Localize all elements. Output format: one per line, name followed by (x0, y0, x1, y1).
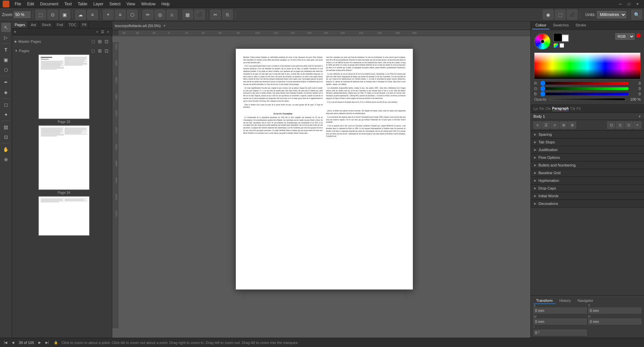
tool-text[interactable]: T (1, 45, 11, 54)
tst-btn[interactable]: TSt (570, 107, 576, 111)
color-indicator[interactable] (636, 33, 641, 38)
menu-select[interactable]: Select (107, 1, 123, 7)
master-pages-grid[interactable]: ⊞ (97, 39, 103, 44)
nav-prev[interactable]: ◀ (10, 340, 16, 346)
tool-arrow[interactable]: ▷ (1, 33, 11, 42)
tool-9[interactable]: ✏ (143, 10, 153, 20)
tool-15[interactable]: ⎘ (222, 10, 233, 20)
menu-help[interactable]: Help (159, 1, 172, 7)
h-input[interactable] (588, 319, 642, 325)
b-slider[interactable] (540, 93, 629, 95)
tab-stroke[interactable]: Stroke (572, 21, 590, 29)
tool-shapes[interactable]: ◻ (1, 100, 11, 109)
tool-eyedropper[interactable]: ✦ (1, 110, 11, 119)
color-wheel-container[interactable] (534, 33, 551, 50)
x-input[interactable] (533, 308, 587, 314)
master-pages-header[interactable]: ▶ Master Pages □ ⊞ ⊡ (15, 38, 109, 45)
tool-10[interactable]: ◎ (155, 10, 165, 20)
prop-flow-options-header[interactable]: ▶ Flow Options (531, 154, 644, 161)
indent-right-btn[interactable]: ⊡ (625, 121, 633, 129)
lyr-btn[interactable]: Lyr (533, 107, 538, 111)
menu-text[interactable]: Text (62, 1, 74, 7)
canvas-scroll-area[interactable]: blanches. Toutes portent d'amples et con… (118, 42, 530, 328)
zoom-input[interactable] (14, 11, 30, 18)
menu-document[interactable]: Document (37, 1, 61, 7)
tab-transform[interactable]: Transform (533, 298, 555, 304)
tab-stock[interactable]: Stock (39, 21, 54, 28)
tool-crop[interactable]: ⊡ (1, 132, 11, 142)
page-item-34[interactable]: Page 34 (19, 125, 109, 195)
paragraph-tab[interactable]: Paragraph (552, 107, 569, 111)
tab-pfl[interactable]: Pfl (79, 21, 90, 28)
page-item-35[interactable] (19, 196, 109, 236)
opacity-slider[interactable] (549, 98, 625, 101)
panel-close[interactable]: × (105, 29, 111, 34)
indent-left-btn[interactable]: ⊡ (616, 121, 624, 129)
tool-6[interactable]: ⌖ (103, 10, 114, 20)
prop-justification-header[interactable]: ▶ Justification (531, 146, 644, 153)
pages-section-header[interactable]: ▼ Pages □ ⊞ ⊡ (15, 47, 109, 54)
prop-bullets-header[interactable]: ▶ Bullets and Numbering (531, 161, 644, 169)
fill-swatch[interactable] (553, 33, 562, 42)
tab-ast[interactable]: Ast (28, 21, 39, 28)
panel-add[interactable]: + (95, 29, 100, 34)
prop-spacing-header[interactable]: ▶ Spacing (531, 131, 644, 138)
tool-3[interactable]: ▣ (59, 10, 70, 20)
zoom-search[interactable]: 🔍 (631, 10, 642, 20)
g-slider[interactable] (540, 87, 629, 90)
tool-4[interactable]: ☁ (75, 10, 86, 20)
tool-frame[interactable]: ▣ (1, 55, 11, 65)
align-center-btn[interactable]: ☰ (542, 121, 550, 129)
close-btn[interactable]: × (634, 1, 641, 7)
units-select[interactable]: Millimetres Inches Points Pixels (597, 11, 626, 18)
master-pages-add[interactable]: □ (91, 39, 96, 44)
tool-14[interactable]: ✂ (210, 10, 221, 20)
maximize-btn[interactable]: □ (625, 1, 633, 7)
tool-place[interactable]: ⬡ (1, 65, 11, 75)
tool-hand[interactable]: ✋ (1, 145, 11, 154)
align-right-btn[interactable]: ≡ (551, 121, 559, 129)
r-slider[interactable] (540, 82, 629, 85)
stroke-swatch[interactable] (561, 34, 569, 42)
fx-btn[interactable]: FX (577, 107, 581, 111)
nav-first[interactable]: |◀ (3, 340, 9, 346)
tab-fnd[interactable]: Fnd (54, 21, 66, 28)
chr-btn[interactable]: Chr (545, 107, 551, 111)
minimize-btn[interactable]: ─ (616, 1, 625, 7)
tab-navigator[interactable]: Navigator (575, 298, 596, 304)
prop-tab-stops-header[interactable]: ▶ Tab Stops (531, 138, 644, 146)
tab-toc[interactable]: TOC (66, 21, 79, 28)
w-input[interactable] (533, 319, 587, 325)
align-justify-btn[interactable]: ≣ (559, 121, 568, 129)
nav-lock[interactable]: 🔒 (53, 340, 59, 346)
tab-colour[interactable]: Colour (532, 21, 549, 29)
tool-2[interactable]: ⊙ (47, 10, 58, 20)
prop-decorations-header[interactable]: ▶ Decorations (531, 200, 644, 207)
angle-input[interactable] (533, 330, 587, 336)
color-white-btn[interactable] (559, 43, 564, 48)
tab-swatches[interactable]: Swatches (549, 21, 572, 29)
paragraph-style-arrow[interactable]: ▼ (638, 115, 641, 118)
canvas-tab-close[interactable]: × (163, 23, 166, 28)
page-item-33[interactable]: Page 33 (19, 54, 109, 124)
pin-btn[interactable]: Pin (539, 107, 544, 111)
tool-11[interactable]: ⎌ (167, 10, 177, 20)
tool-1[interactable]: ⬚ (35, 10, 46, 20)
menu-view[interactable]: View (124, 1, 138, 7)
menu-file[interactable]: File (12, 1, 24, 7)
pages-add[interactable]: □ (91, 48, 96, 53)
menu-window[interactable]: Window (139, 1, 158, 7)
align-justify-all-btn[interactable]: ≣ (568, 121, 576, 129)
indent-none-btn[interactable]: ⊡ (607, 121, 615, 129)
tool-mode-2[interactable]: ⬚ (555, 10, 566, 20)
prop-baseline-header[interactable]: ▶ Baseline Grid (531, 169, 644, 177)
tool-pen[interactable]: ✒ (1, 78, 11, 87)
pages-grid[interactable]: ⊞ (97, 48, 103, 53)
prop-hyphenation-header[interactable]: ▶ Hyphenation (531, 177, 644, 184)
tool-5[interactable]: ≡ (87, 10, 98, 20)
color-mode-select[interactable]: RGB CMYK HSL (615, 33, 635, 40)
y-input[interactable] (588, 308, 642, 314)
clear-override-btn[interactable]: ✕ (633, 121, 641, 129)
tab-history[interactable]: History (557, 298, 574, 304)
panel-menu[interactable]: ☰ (100, 29, 105, 34)
